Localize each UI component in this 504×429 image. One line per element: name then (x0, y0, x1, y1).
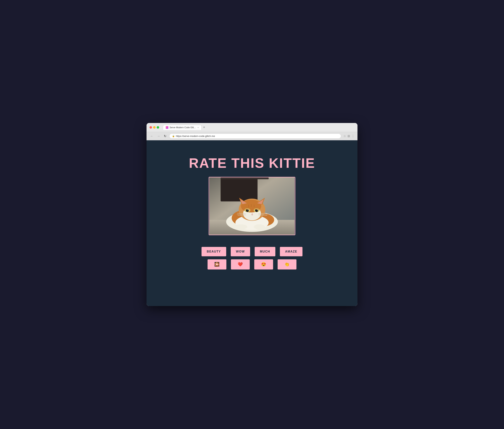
page-title: RATE THIS KITTIE (189, 155, 315, 171)
wow-button[interactable]: WOW (231, 247, 250, 256)
tab-label: Serve Modern Code Glit... (170, 126, 196, 129)
bookmark-icon[interactable]: ☆ (343, 134, 346, 138)
menu-icon[interactable]: ⋮ (351, 134, 354, 138)
address-actions: ☆ ⊞ ⋮ (343, 134, 354, 138)
refresh-button[interactable]: ↻ (163, 134, 167, 138)
forward-button[interactable]: → (156, 134, 161, 138)
browser-tab[interactable]: Serve Modern Code Glit... × (163, 125, 201, 130)
svg-point-23 (257, 209, 258, 210)
lock-icon: 🔒 (172, 135, 175, 137)
svg-point-10 (254, 224, 265, 229)
clap-button[interactable]: 👏 (278, 259, 297, 269)
page-content: RATE THIS KITTIE (146, 140, 358, 306)
text-button-row: BEAUTY WOW MUCH AMAZE (201, 247, 303, 256)
back-button[interactable]: ← (150, 134, 154, 138)
cat-illustration (209, 177, 295, 235)
beauty-button[interactable]: BEAUTY (201, 247, 226, 256)
emoji-button-row: 🎇 ❤️ 😍 👏 (207, 259, 297, 269)
traffic-lights (150, 126, 159, 129)
extensions-icon[interactable]: ⊞ (348, 134, 350, 138)
address-bar: ← → ↻ 🔒 https://serve-modern-code.glitch… (146, 132, 358, 140)
tab-close-icon[interactable]: × (198, 126, 199, 129)
tab-favicon (166, 126, 168, 129)
url-text: https://serve-modern-code.glitch.me (176, 135, 215, 137)
amaze-button[interactable]: AMAZE (280, 247, 303, 256)
svg-rect-2 (221, 177, 257, 201)
much-button[interactable]: MUCH (255, 247, 275, 256)
tab-bar: Serve Modern Code Glit... × + (163, 125, 354, 130)
minimize-button[interactable] (153, 126, 156, 129)
title-bar: Serve Modern Code Glit... × + (146, 123, 358, 132)
svg-rect-3 (221, 177, 269, 179)
cat-image (209, 177, 295, 235)
maximize-button[interactable] (157, 126, 159, 129)
heart-button[interactable]: ❤️ (231, 259, 250, 269)
sparkle-button[interactable]: 🎇 (207, 259, 226, 269)
new-tab-button[interactable]: + (202, 125, 206, 129)
svg-point-9 (234, 224, 247, 229)
svg-point-22 (248, 209, 249, 210)
heart-eyes-button[interactable]: 😍 (254, 259, 273, 269)
browser-window: Serve Modern Code Glit... × + ← → ↻ 🔒 ht… (146, 123, 358, 306)
buttons-section: BEAUTY WOW MUCH AMAZE 🎇 ❤️ 😍 👏 (201, 247, 303, 269)
url-bar[interactable]: 🔒 https://serve-modern-code.glitch.me (169, 134, 341, 139)
close-button[interactable] (150, 126, 152, 129)
